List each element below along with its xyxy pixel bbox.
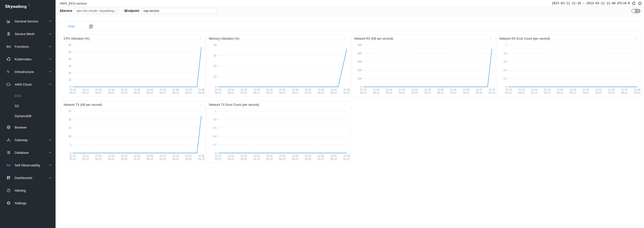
sidebar-item-browser[interactable]: Browser [0, 121, 56, 134]
chevron-down-icon [49, 152, 51, 153]
y-axis-label: 20 [62, 71, 71, 74]
skywalking-logo[interactable]: Skywalking [0, 0, 56, 11]
sidebar-item-service-mesh[interactable]: Service Mesh [0, 28, 56, 40]
kebab-menu-icon[interactable]: ⋮ [343, 37, 348, 40]
sidebar-item-self-observability[interactable]: Sw Self Observability [0, 159, 56, 171]
kebab-menu-icon[interactable]: ⋮ [343, 103, 348, 107]
x-axis-label: 21:2503-12 [570, 88, 576, 94]
x-axis-label: 21:1903-12 [399, 88, 405, 94]
series-line [509, 45, 637, 87]
copy-icon[interactable] [89, 24, 93, 29]
x-tick-mark [201, 87, 202, 88]
x-axis-label: 21:3403-12 [172, 88, 179, 94]
tab-pod[interactable]: Pod [68, 24, 74, 28]
x-axis-label: 21:1003-12 [69, 155, 76, 161]
sidebar-item-label: Functions [15, 45, 49, 48]
sidebar-item-settings[interactable]: Settings [0, 197, 56, 209]
bar-chart-icon [6, 19, 11, 23]
toggle-knob [632, 9, 635, 13]
plot-area: 00.20.40.60.8121:1003-1221:1303-1221:160… [218, 111, 347, 153]
sidebar-item-label: Database [15, 151, 49, 155]
x-axis-label: 21:4003-12 [489, 88, 495, 94]
x-axis-label: 21:2503-12 [279, 155, 286, 161]
time-range-picker[interactable]: 2023-03-12 21:10 ~ 2023-03-12 21:40 [552, 2, 616, 5]
y-axis-label: 0 [498, 86, 507, 88]
chevron-down-icon [49, 58, 51, 60]
plot-area: 010020030040050021:1003-1221:1303-1221:1… [363, 45, 492, 87]
kebab-menu-icon[interactable]: ⋮ [489, 37, 493, 40]
sidebar-item-dashboards[interactable]: Dashboards [0, 171, 56, 184]
dots-icon [6, 70, 11, 74]
chart-canvas[interactable]: 00.20.40.60.8121:1003-1221:1303-1221:160… [207, 109, 350, 163]
x-axis-label: 21:1003-12 [69, 88, 76, 94]
sidebar-item-kubernetes[interactable]: Kubernetes [0, 53, 56, 65]
sidebar-item-gateway[interactable]: Gateway [0, 134, 56, 146]
x-axis-label: 21:3403-12 [318, 88, 324, 94]
endpoint-input[interactable] [141, 8, 217, 14]
sidebar-item-alerting[interactable]: Alerting [0, 184, 56, 197]
y-axis-label: 1 [498, 44, 507, 46]
x-axis-label: 21:2203-12 [411, 88, 418, 94]
card-header: Network RX (KB per second) ⋮ [352, 35, 496, 42]
chevron-down-icon [115, 10, 117, 12]
chart-canvas[interactable]: 010020030040050021:1003-1221:1303-1221:1… [352, 42, 496, 96]
x-axis-label: 21:2503-12 [134, 88, 140, 94]
x-axis-label: 21:4003-12 [198, 88, 205, 94]
x-axis-label: 21:2803-12 [147, 155, 153, 161]
chevron-down-icon [49, 177, 51, 179]
alert-icon [6, 188, 11, 192]
service-label: $Service [60, 9, 72, 13]
sidebar-item-functions[interactable]: f(x) Functions [0, 40, 56, 53]
x-axis-label: 21:1303-12 [82, 88, 89, 94]
x-axis-label: 21:3703-12 [476, 88, 482, 94]
sidebar-item-aws-cloud[interactable]: AWS Cloud [0, 78, 56, 91]
sidebar-item-label: Dashboards [15, 176, 49, 180]
refresh-button[interactable] [631, 1, 636, 6]
kebab-menu-icon[interactable]: ⋮ [198, 37, 202, 40]
sidebar-subitem-s3[interactable]: S3 [0, 101, 56, 111]
x-axis-label: 21:3403-12 [463, 88, 470, 94]
x-axis-label: 21:3703-12 [330, 155, 337, 161]
logo-text: Skywalking [5, 4, 27, 9]
topbar-right: 2023-03-12 21:10 ~ 2023-03-12 21:40 UTC+… [552, 1, 642, 6]
sw-icon: Sw [6, 164, 11, 167]
x-axis-label: 21:1603-12 [241, 88, 247, 94]
x-axis-label: 21:3703-12 [330, 88, 337, 94]
sidebar-item-label: Browser [15, 125, 51, 129]
sidebar-item-label: Infrastructure [15, 70, 49, 74]
x-axis-label: 21:3103-12 [160, 155, 166, 161]
sidebar-item-general-service[interactable]: General Service [0, 15, 56, 28]
chart-canvas[interactable]: 01020304021:1003-1221:1303-1221:1603-122… [207, 42, 350, 96]
x-axis-label: 21:3403-12 [608, 88, 615, 94]
x-axis-label: 21:1903-12 [108, 155, 115, 161]
chart-canvas[interactable]: 051015202521:1003-1221:1303-1221:1603-12… [61, 109, 205, 163]
x-axis-label: 21:3103-12 [305, 88, 311, 94]
chart-card-memory-utilization: Memory Utilization (%) ⋮ 01020304021:100… [206, 35, 351, 97]
chart-canvas[interactable]: 00.20.40.60.8121:1003-1221:1303-1221:160… [497, 42, 641, 96]
service-select[interactable]: aws-eks-cluster::skywalking-yp [74, 8, 119, 14]
x-axis-label: 21:1603-12 [386, 88, 392, 94]
view-mode-toggle[interactable]: V [631, 9, 640, 13]
sidebar-item-database[interactable]: Database [0, 146, 56, 159]
kebab-menu-icon[interactable]: ⋮ [198, 103, 202, 107]
sidebar-item-label: Settings [15, 201, 51, 205]
sidebar-subitem-eks[interactable]: EKS [0, 91, 56, 101]
app-root: Skywalking General Service Service Mesh [0, 0, 644, 228]
x-axis-label: 21:4003-12 [634, 88, 640, 94]
x-axis-label: 21:1303-12 [82, 155, 89, 161]
chart-canvas[interactable]: 010203040506021:1003-1221:1303-1221:1603… [61, 42, 205, 96]
chart-title: Memory Utilization (%) [209, 37, 240, 40]
sidebar-item-infrastructure[interactable]: Infrastructure [0, 65, 56, 78]
x-tick-mark [347, 153, 347, 154]
chart-title: CPU Utilization (%) [64, 37, 90, 40]
sidebar-subitem-label: S3 [15, 104, 19, 108]
sidebar-subitem-dynamodb[interactable]: DynamoDB [0, 111, 56, 121]
info-button[interactable] [637, 1, 642, 6]
kebab-menu-icon[interactable]: ⋮ [634, 37, 638, 40]
sidebar-item-label: Self Observability [15, 163, 49, 167]
chevron-down-icon [49, 20, 51, 22]
sidebar-nav: General Service Service Mesh f(x) Functi… [0, 11, 56, 209]
y-axis-label: 100 [353, 77, 362, 80]
plot-area: 01020304021:1003-1221:1303-1221:1603-122… [218, 45, 347, 87]
y-axis-label: 200 [353, 69, 362, 71]
